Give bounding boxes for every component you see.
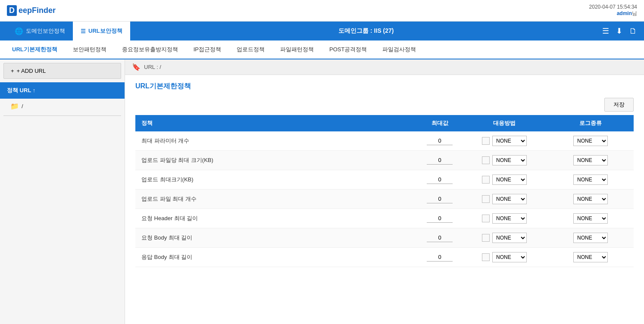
logo-d-letter: D [7,5,17,16]
log-type-dropdown[interactable]: NONEBLOCKALLOW [573,252,608,262]
tab-info-leak[interactable]: 중요정보유출방지정책 [114,40,186,59]
max-value-input[interactable] [427,156,453,165]
log-type-dropdown[interactable]: NONEBLOCKALLOW [573,155,608,165]
log-type-cell: NONEBLOCKALLOW [547,190,634,209]
tab-post-attack[interactable]: POST공격정책 [322,40,375,59]
table-header-row: 정책 최대값 대응방법 로그종류 [135,115,634,131]
response-dropdown[interactable]: NONEBLOCKALLOW [492,155,527,165]
folder-label: / [22,103,23,109]
log-type-cell: NONEBLOCKALLOW [547,131,634,151]
nav-url-policy[interactable]: ☰ URL보안정책 [73,22,130,40]
tab-ip-access[interactable]: IP접근정책 [186,40,229,59]
sidebar-folder-root[interactable]: 📁 / [0,99,125,114]
response-checkbox[interactable] [482,137,490,145]
nav-center-text: 도메인그룹 : IIS (27) [130,27,602,35]
nav-url-label: URL보안정책 [88,27,122,35]
response-method-cell: NONEBLOCKALLOW [461,190,547,209]
policy-url-header[interactable]: 정책 URL ↑ [0,82,125,99]
max-value-cell [418,248,461,267]
policy-name: 업로드 파일 최대 개수 [135,190,418,209]
main-layout: + + ADD URL 정책 URL ↑ 📁 / 🔖 URL : / URL기본… [0,59,644,324]
col-header-maxval: 최대값 [418,115,461,131]
policy-name: 업로드 최대크기(KB) [135,170,418,190]
table-row: 업로드 최대크기(KB)NONEBLOCKALLOWNONEBLOCKALLOW [135,170,634,190]
max-value-cell [418,209,461,228]
response-dropdown[interactable]: NONEBLOCKALLOW [492,213,527,224]
response-method-cell: NONEBLOCKALLOW [461,151,547,170]
sidebar: + + ADD URL 정책 URL ↑ 📁 / [0,59,125,324]
tab-upload[interactable]: 업로드정책 [229,40,272,59]
hamburger-icon[interactable]: ☰ [602,26,609,36]
sidebar-divider [3,115,121,116]
user-suffix: 님 [632,10,637,16]
policy-name: 최대 파라미터 개수 [135,131,418,151]
max-value-input[interactable] [427,214,453,223]
max-value-cell [418,131,461,151]
response-dropdown[interactable]: NONEBLOCKALLOW [492,174,527,185]
nav-domain-policy[interactable]: 🌐 도메인보안정책 [7,22,73,40]
add-url-button[interactable]: + + ADD URL [3,63,121,79]
username: admin [617,10,632,16]
policy-url-label: 정책 URL ↑ [7,87,35,94]
log-type-dropdown[interactable]: NONEBLOCKALLOW [573,194,608,204]
response-dropdown[interactable]: NONEBLOCKALLOW [492,233,527,243]
max-value-cell [418,228,461,248]
response-checkbox[interactable] [482,195,490,203]
plus-icon: + [11,68,14,74]
policy-table: 정책 최대값 대응방법 로그종류 최대 파라미터 개수NONEBLOCKALLO… [135,115,634,267]
max-value-cell [418,170,461,190]
log-type-dropdown[interactable]: NONEBLOCKALLOW [573,136,608,146]
content-area: 🔖 URL : / URL기본제한정책 저장 정책 최대값 대응방법 로그종류 … [125,59,644,324]
col-header-logtype: 로그종류 [547,115,634,131]
response-checkbox[interactable] [482,156,490,164]
section-title: URL기본제한정책 [125,75,644,94]
log-type-cell: NONEBLOCKALLOW [547,170,634,190]
logo-text: eepFinder [19,6,56,15]
save-area: 저장 [125,94,644,115]
response-method-cell: NONEBLOCKALLOW [461,248,547,267]
copy-icon[interactable]: 🗋 [629,27,637,36]
response-checkbox[interactable] [482,176,490,184]
table-row: 업로드 파일 최대 개수NONEBLOCKALLOWNONEBLOCKALLOW [135,190,634,209]
save-button[interactable]: 저장 [604,98,634,112]
policy-name: 업로드 파일당 최대 크기(KB) [135,151,418,170]
policy-name: 응답 Body 최대 길이 [135,248,418,267]
nav-domain-label: 도메인보안정책 [26,27,65,35]
response-dropdown[interactable]: NONEBLOCKALLOW [492,136,527,146]
log-type-cell: NONEBLOCKALLOW [547,228,634,248]
max-value-input[interactable] [427,195,453,203]
max-value-input[interactable] [427,234,453,242]
response-method-cell: NONEBLOCKALLOW [461,228,547,247]
nav-bar: 🌐 도메인보안정책 ☰ URL보안정책 도메인그룹 : IIS (27) ☰ ⬇… [0,22,644,40]
log-type-dropdown[interactable]: NONEBLOCKALLOW [573,174,608,185]
tab-security-pattern[interactable]: 보안패턴정책 [65,40,114,59]
bookmark-icon: 🔖 [132,63,141,71]
table-row: 최대 파라미터 개수NONEBLOCKALLOWNONEBLOCKALLOW [135,131,634,151]
tab-file-pattern[interactable]: 파일패턴정책 [272,40,322,59]
datetime: 2020-04-07 15:54:34 [589,4,637,10]
tab-bar: URL기본제한정책 보안패턴정책 중요정보유출방지정책 IP접근정책 업로드정책… [0,40,644,59]
tab-file-check[interactable]: 파일검사정책 [375,40,424,59]
add-url-label: + ADD URL [17,68,46,74]
tab-url-basic[interactable]: URL기본제한정책 [4,40,65,59]
response-checkbox[interactable] [482,234,490,242]
max-value-input[interactable] [427,253,453,262]
max-value-input[interactable] [427,137,453,145]
max-value-input[interactable] [427,175,453,184]
response-checkbox[interactable] [482,215,490,222]
nav-right-icons: ☰ ⬇ 🗋 [602,26,637,36]
response-checkbox[interactable] [482,253,490,261]
table-row: 응답 Body 최대 길이NONEBLOCKALLOWNONEBLOCKALLO… [135,248,634,267]
col-header-policy: 정책 [135,115,418,131]
response-dropdown[interactable]: NONEBLOCKALLOW [492,252,527,262]
log-type-cell: NONEBLOCKALLOW [547,151,634,170]
download-icon[interactable]: ⬇ [616,26,622,36]
log-type-dropdown[interactable]: NONEBLOCKALLOW [573,233,608,243]
log-type-dropdown[interactable]: NONEBLOCKALLOW [573,213,608,224]
log-type-cell: NONEBLOCKALLOW [547,248,634,267]
col-header-response: 대응방법 [461,115,547,131]
response-dropdown[interactable]: NONEBLOCKALLOW [492,194,527,204]
menu-icon: ☰ [81,28,86,34]
globe-icon: 🌐 [15,27,23,35]
max-value-cell [418,151,461,170]
